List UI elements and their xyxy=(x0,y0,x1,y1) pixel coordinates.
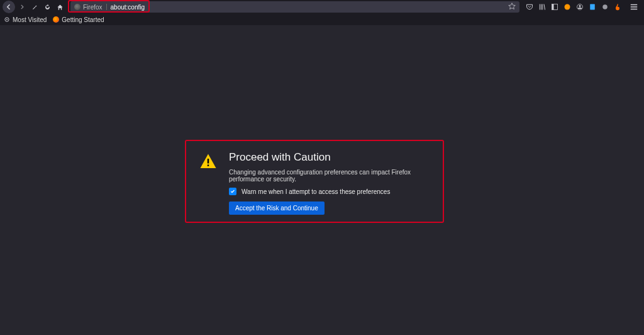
sidebar-button[interactable] xyxy=(550,2,560,12)
extension-blue-button[interactable] xyxy=(587,2,597,12)
home-button[interactable] xyxy=(54,1,65,13)
home-icon xyxy=(57,4,64,11)
url-identity-label: Firefox xyxy=(83,4,103,11)
note-blue-icon xyxy=(589,3,596,11)
bookmark-star-button[interactable] xyxy=(508,3,516,11)
gray-dot-icon xyxy=(601,3,609,11)
svg-point-4 xyxy=(579,5,581,7)
extension-fire-button[interactable] xyxy=(613,2,623,12)
shield-orange-icon xyxy=(564,3,571,11)
library-icon xyxy=(538,3,546,11)
url-text: about:config xyxy=(111,4,145,11)
svg-point-2 xyxy=(565,4,570,10)
gear-icon xyxy=(4,16,10,23)
url-bar-container: Firefox about:config xyxy=(70,1,519,13)
arrow-left-icon xyxy=(5,3,13,11)
wrench-icon xyxy=(31,4,38,11)
reload-icon xyxy=(44,4,51,11)
bookmarks-bar: Most Visited Getting Started xyxy=(0,14,644,25)
svg-point-8 xyxy=(6,19,8,20)
browser-toolbar: Firefox about:config xyxy=(0,0,644,14)
arrow-right-icon xyxy=(19,4,25,10)
library-button[interactable] xyxy=(537,2,547,12)
hamburger-icon xyxy=(630,3,638,11)
content-area: Proceed with Caution Changing advanced c… xyxy=(0,25,644,335)
extension-orange-button[interactable] xyxy=(562,2,572,12)
sidebar-icon xyxy=(551,3,558,11)
pocket-icon xyxy=(526,3,533,11)
extension-gray-button[interactable] xyxy=(600,2,610,12)
fire-icon xyxy=(614,3,621,11)
pocket-button[interactable] xyxy=(525,2,535,12)
devtools-button[interactable] xyxy=(29,1,40,13)
reload-button[interactable] xyxy=(42,1,53,13)
firefox-icon xyxy=(53,16,59,23)
url-separator xyxy=(106,4,107,10)
bookmark-getting-started[interactable]: Getting Started xyxy=(53,16,104,23)
bookmark-label: Most Visited xyxy=(13,16,47,23)
dialog-highlight-box xyxy=(185,140,444,223)
star-icon xyxy=(508,3,516,10)
bookmark-most-visited[interactable]: Most Visited xyxy=(4,16,47,23)
back-button[interactable] xyxy=(3,1,15,13)
url-bar[interactable]: Firefox about:config xyxy=(70,1,519,13)
toolbar-right xyxy=(525,2,641,12)
svg-point-6 xyxy=(602,4,608,9)
svg-rect-5 xyxy=(590,4,595,10)
firefox-identity-icon xyxy=(74,4,80,10)
account-icon xyxy=(576,3,584,11)
menu-button[interactable] xyxy=(629,2,639,12)
account-button[interactable] xyxy=(575,2,585,12)
forward-button[interactable] xyxy=(16,1,28,13)
svg-rect-1 xyxy=(552,4,554,10)
bookmark-label: Getting Started xyxy=(62,16,104,23)
